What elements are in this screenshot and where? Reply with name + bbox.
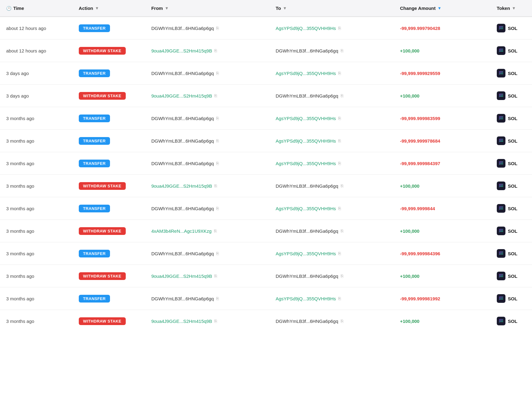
col-header-from: From▼ bbox=[145, 0, 270, 17]
token-label: SOL bbox=[508, 161, 517, 166]
from-address: DGWhYmLB3f...6HNGa6p6gq bbox=[151, 26, 214, 31]
sol-icon bbox=[497, 91, 505, 100]
copy-icon[interactable]: ⎘ bbox=[216, 138, 219, 143]
from-cell: DGWhYmLB3f...6HNGa6p6gq⎘ bbox=[145, 197, 270, 220]
token-label: SOL bbox=[508, 71, 517, 76]
withdraw-stake-badge: WITHDRAW STAKE bbox=[79, 47, 126, 55]
copy-icon[interactable]: ⎘ bbox=[214, 93, 217, 98]
copy-icon[interactable]: ⎘ bbox=[338, 138, 341, 143]
table-header-row: 🕐TimeAction▼From▼To▼Change Amount▼Token▼ bbox=[0, 0, 532, 17]
col-header-time: 🕐Time bbox=[0, 0, 73, 17]
copy-icon[interactable]: ⎘ bbox=[216, 71, 219, 76]
to-cell: DGWhYmLB3f...6HNGa6p6gq⎘ bbox=[269, 40, 394, 62]
to-address[interactable]: AgsYPSd9jQ...355QVHH9Hs bbox=[276, 206, 336, 211]
change-amount-value: +100,000 bbox=[400, 93, 420, 98]
copy-icon[interactable]: ⎘ bbox=[214, 228, 217, 233]
action-cell: TRANSFER bbox=[73, 287, 145, 310]
to-address[interactable]: AgsYPSd9jQ...355QVHH9Hs bbox=[276, 71, 336, 76]
copy-icon[interactable]: ⎘ bbox=[338, 26, 341, 31]
action-cell: WITHDRAW STAKE bbox=[73, 85, 145, 107]
action-cell: WITHDRAW STAKE bbox=[73, 40, 145, 62]
from-cell: DGWhYmLB3f...6HNGa6p6gq⎘ bbox=[145, 242, 270, 265]
change-amount-cell: -99,999.999984397 bbox=[394, 152, 491, 175]
to-cell: AgsYPSd9jQ...355QVHH9Hs⎘ bbox=[269, 107, 394, 130]
table-row: 3 months agoWITHDRAW STAKE9oua4J9GGE...S… bbox=[0, 265, 532, 287]
copy-icon[interactable]: ⎘ bbox=[338, 71, 341, 76]
filter-icon-to[interactable]: ▼ bbox=[283, 6, 287, 10]
filter-icon-change[interactable]: ▼ bbox=[437, 6, 441, 10]
copy-icon[interactable]: ⎘ bbox=[338, 206, 341, 211]
token-cell: SOL bbox=[491, 287, 532, 310]
to-address[interactable]: AgsYPSd9jQ...355QVHH9Hs bbox=[276, 138, 336, 144]
action-cell: WITHDRAW STAKE bbox=[73, 310, 145, 332]
time-cell: 3 months ago bbox=[0, 265, 73, 287]
from-cell: 9oua4J9GGE...S2Hm415q9B⎘ bbox=[145, 310, 270, 332]
sol-icon bbox=[497, 114, 505, 123]
copy-icon[interactable]: ⎘ bbox=[341, 273, 343, 278]
change-amount-cell: +100,000 bbox=[394, 40, 491, 62]
sol-icon bbox=[497, 249, 505, 258]
transfer-badge: TRANSFER bbox=[79, 69, 110, 77]
token-cell: SOL bbox=[491, 175, 532, 197]
clock-icon: 🕐 bbox=[6, 6, 11, 11]
to-cell: AgsYPSd9jQ...355QVHH9Hs⎘ bbox=[269, 62, 394, 85]
from-address: DGWhYmLB3f...6HNGa6p6gq bbox=[151, 206, 214, 211]
to-address[interactable]: AgsYPSd9jQ...355QVHH9Hs bbox=[276, 26, 336, 31]
copy-icon[interactable]: ⎘ bbox=[216, 161, 219, 166]
to-address[interactable]: AgsYPSd9jQ...355QVHH9Hs bbox=[276, 161, 336, 166]
filter-icon-token[interactable]: ▼ bbox=[512, 6, 516, 10]
action-cell: TRANSFER bbox=[73, 152, 145, 175]
copy-icon[interactable]: ⎘ bbox=[341, 183, 343, 188]
from-cell: 9oua4J9GGE...S2Hm415q9B⎘ bbox=[145, 265, 270, 287]
copy-icon[interactable]: ⎘ bbox=[341, 228, 343, 233]
time-cell: 3 months ago bbox=[0, 175, 73, 197]
from-cell: DGWhYmLB3f...6HNGa6p6gq⎘ bbox=[145, 152, 270, 175]
to-address[interactable]: AgsYPSd9jQ...355QVHH9Hs bbox=[276, 116, 336, 121]
transfer-badge: TRANSFER bbox=[79, 24, 110, 32]
copy-icon[interactable]: ⎘ bbox=[216, 116, 219, 121]
to-address[interactable]: AgsYPSd9jQ...355QVHH9Hs bbox=[276, 296, 336, 301]
copy-icon[interactable]: ⎘ bbox=[216, 206, 219, 211]
table-row: 3 months agoTRANSFERDGWhYmLB3f...6HNGa6p… bbox=[0, 287, 532, 310]
to-address[interactable]: AgsYPSd9jQ...355QVHH9Hs bbox=[276, 251, 336, 256]
copy-icon[interactable]: ⎘ bbox=[214, 48, 217, 53]
copy-icon[interactable]: ⎘ bbox=[214, 319, 217, 324]
change-amount-cell: +100,000 bbox=[394, 265, 491, 287]
from-cell: DGWhYmLB3f...6HNGa6p6gq⎘ bbox=[145, 130, 270, 152]
copy-icon[interactable]: ⎘ bbox=[341, 93, 343, 98]
from-address[interactable]: 9oua4J9GGE...S2Hm415q9B bbox=[151, 273, 212, 279]
copy-icon[interactable]: ⎘ bbox=[338, 296, 341, 301]
withdraw-stake-badge: WITHDRAW STAKE bbox=[79, 317, 126, 325]
from-address[interactable]: 9oua4J9GGE...S2Hm415q9B bbox=[151, 319, 212, 324]
copy-icon[interactable]: ⎘ bbox=[214, 273, 217, 278]
from-address[interactable]: 9oua4J9GGE...S2Hm415q9B bbox=[151, 93, 212, 98]
table-row: 3 months agoWITHDRAW STAKE4xAM3b4ReN...A… bbox=[0, 220, 532, 242]
action-cell: WITHDRAW STAKE bbox=[73, 175, 145, 197]
copy-icon[interactable]: ⎘ bbox=[341, 319, 343, 324]
time-cell: 3 months ago bbox=[0, 242, 73, 265]
to-address: DGWhYmLB3f...6HNGa6p6gq bbox=[276, 183, 338, 189]
copy-icon[interactable]: ⎘ bbox=[338, 161, 341, 166]
copy-icon[interactable]: ⎘ bbox=[214, 183, 217, 188]
copy-icon[interactable]: ⎘ bbox=[338, 116, 341, 121]
from-address[interactable]: 9oua4J9GGE...S2Hm415q9B bbox=[151, 183, 212, 189]
filter-icon-from[interactable]: ▼ bbox=[165, 6, 169, 10]
sol-icon bbox=[497, 272, 505, 280]
token-label: SOL bbox=[508, 228, 517, 234]
sol-icon bbox=[497, 182, 505, 190]
table-row: 3 days agoWITHDRAW STAKE9oua4J9GGE...S2H… bbox=[0, 85, 532, 107]
copy-icon[interactable]: ⎘ bbox=[341, 48, 343, 53]
to-address: DGWhYmLB3f...6HNGa6p6gq bbox=[276, 228, 338, 234]
from-address[interactable]: 9oua4J9GGE...S2Hm415q9B bbox=[151, 48, 212, 53]
to-cell: AgsYPSd9jQ...355QVHH9Hs⎘ bbox=[269, 287, 394, 310]
copy-icon[interactable]: ⎘ bbox=[338, 251, 341, 256]
copy-icon[interactable]: ⎘ bbox=[216, 251, 219, 256]
filter-icon-action[interactable]: ▼ bbox=[95, 6, 99, 10]
change-amount-value: +100,000 bbox=[400, 319, 420, 324]
table-row: 3 days agoTRANSFERDGWhYmLB3f...6HNGa6p6g… bbox=[0, 62, 532, 85]
copy-icon[interactable]: ⎘ bbox=[216, 296, 219, 301]
change-amount-value: +100,000 bbox=[400, 228, 420, 234]
change-amount-value: -99,999.999929559 bbox=[400, 71, 440, 76]
copy-icon[interactable]: ⎘ bbox=[216, 26, 219, 31]
from-address[interactable]: 4xAM3b4ReN...Agc1U9XKzg bbox=[151, 228, 212, 234]
